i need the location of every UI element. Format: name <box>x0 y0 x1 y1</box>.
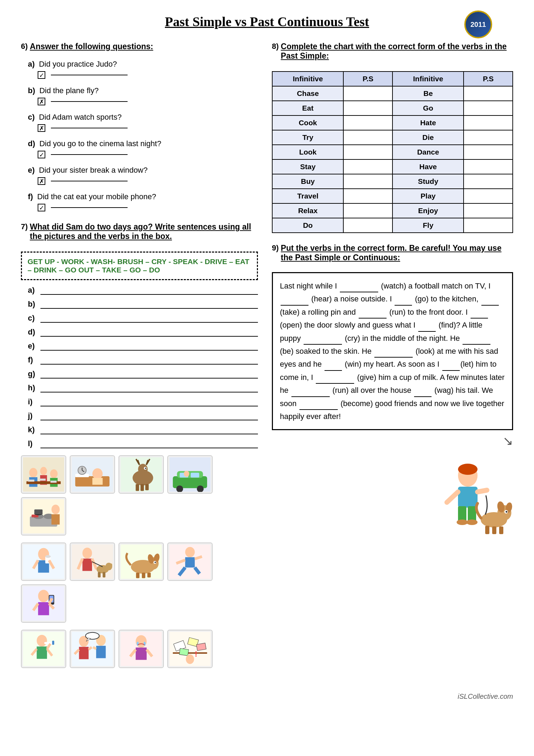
cartoon-img-11 <box>21 630 66 668</box>
blank-find <box>418 331 436 332</box>
qa-item-b: b) Did the plane fly? ✗ <box>28 86 258 106</box>
col-header-infinitive1: Infinitive <box>272 72 343 86</box>
line-item-g: g) <box>28 369 258 379</box>
svg-point-3 <box>40 467 47 475</box>
write-line-d <box>40 336 258 337</box>
chart-cell-6-3 <box>464 174 513 189</box>
svg-rect-90 <box>136 648 146 660</box>
svg-point-69 <box>185 547 195 557</box>
blank-be <box>463 344 490 345</box>
cartoon-img-4 <box>167 455 213 494</box>
svg-rect-83 <box>79 647 89 659</box>
col-header-ps2: P.S <box>464 72 513 86</box>
blank-become <box>299 409 338 410</box>
svg-rect-117 <box>499 526 503 534</box>
svg-rect-70 <box>185 557 195 568</box>
chart-cell-4-3 <box>464 145 513 159</box>
section7: 7) What did Sam do two days ago? Write s… <box>21 222 258 668</box>
blank-cry <box>304 344 342 345</box>
chart-cell-5-0: Stay <box>272 159 343 174</box>
blank-hear <box>281 305 308 306</box>
cartoon-img-14: ! <box>167 630 213 668</box>
section6-number: 6) <box>21 42 28 51</box>
write-line-f <box>40 364 258 365</box>
qa-label-f: f) <box>28 192 33 201</box>
main-content: 6) Answer the following questions: a) Di… <box>21 42 513 679</box>
year-badge: 2011 <box>464 10 492 38</box>
write-line-i <box>40 406 258 406</box>
checkbox-b: ✗ <box>38 98 45 105</box>
write-line-b <box>40 308 258 309</box>
chart-cell-5-2: Have <box>392 159 464 174</box>
svg-rect-106 <box>468 506 476 522</box>
cartoon-images-row1 <box>21 455 258 536</box>
chart-cell-1-0: Eat <box>272 101 343 115</box>
chart-row-5: StayHave <box>272 159 513 174</box>
section8-header: 8) Complete the chart with the correct f… <box>272 42 513 66</box>
qa-item-d: d) Did you go to the cinema last night? … <box>28 139 258 159</box>
line-item-b: b) <box>28 300 258 309</box>
svg-rect-85 <box>96 646 106 658</box>
page-header: Past Simple vs Past Continuous Test 2011 <box>21 14 513 29</box>
svg-rect-9 <box>39 479 46 481</box>
svg-point-92 <box>144 642 146 646</box>
svg-point-86 <box>85 633 99 639</box>
qa-label-d: d) <box>28 139 35 148</box>
section7-number: 7) <box>21 222 28 231</box>
blank-wag <box>414 396 432 397</box>
chart-row-7: TravelPlay <box>272 189 513 203</box>
section7-header: 7) What did Sam do two days ago? Write s… <box>21 222 258 246</box>
arrow-indicator: ↘ <box>272 434 513 448</box>
svg-rect-24 <box>145 484 149 491</box>
line-item-d: d) <box>28 328 258 337</box>
svg-rect-115 <box>485 526 489 534</box>
svg-point-107 <box>457 519 468 525</box>
svg-rect-97 <box>196 643 206 651</box>
chart-cell-2-2: Hate <box>392 115 464 130</box>
section6-title: Answer the following questions: <box>30 42 153 51</box>
qa-answer-d: ✓ <box>38 150 258 159</box>
chart-cell-1-3 <box>464 101 513 115</box>
chart-row-2: CookHate <box>272 115 513 130</box>
svg-rect-67 <box>147 572 151 577</box>
chart-cell-9-2: Fly <box>392 218 464 233</box>
svg-text:!: ! <box>195 650 197 658</box>
chart-row-6: BuyStudy <box>272 174 513 189</box>
svg-point-77 <box>37 635 47 646</box>
blank-open <box>471 318 488 319</box>
checkbox-a: ✓ <box>38 71 45 79</box>
chart-row-3: TryDie <box>272 130 513 145</box>
line-item-l: l) <box>28 439 258 448</box>
chart-cell-1-1 <box>343 101 392 115</box>
svg-rect-22 <box>136 484 139 491</box>
qa-text-e: Did your sister break a window? <box>39 166 148 174</box>
svg-rect-51 <box>82 559 92 571</box>
qa-text-a: Did you practice Judo? <box>39 60 117 68</box>
qa-text-c: Did Adam watch sports? <box>39 113 122 121</box>
svg-point-108 <box>466 519 478 525</box>
svg-point-91 <box>137 642 139 646</box>
chart-cell-0-3 <box>464 86 513 101</box>
svg-point-99 <box>186 654 194 664</box>
col-header-ps1: P.S <box>343 72 392 86</box>
section9: 9) Put the verbs in the correct form. Be… <box>272 244 513 542</box>
right-column: 8) Complete the chart with the correct f… <box>272 42 513 679</box>
chart-cell-2-0: Cook <box>272 115 343 130</box>
blank-look <box>374 357 413 358</box>
blank-run1 <box>359 318 387 319</box>
svg-point-42 <box>52 505 60 515</box>
svg-rect-65 <box>136 572 139 578</box>
svg-point-72 <box>38 590 49 602</box>
chart-cell-6-2: Study <box>392 174 464 189</box>
chart-cell-3-1 <box>343 130 392 145</box>
chart-cell-8-1 <box>343 203 392 218</box>
qa-answer-b: ✗ <box>38 97 258 106</box>
chart-cell-0-2: Be <box>392 86 464 101</box>
answer-line-a <box>51 75 128 75</box>
chart-cell-9-3 <box>464 218 513 233</box>
qa-label-c: c) <box>28 113 35 121</box>
line-item-j: j) <box>28 411 258 420</box>
answer-line-e <box>51 181 128 181</box>
section9-number: 9) <box>272 244 279 253</box>
col-header-infinitive2: Infinitive <box>392 72 464 86</box>
